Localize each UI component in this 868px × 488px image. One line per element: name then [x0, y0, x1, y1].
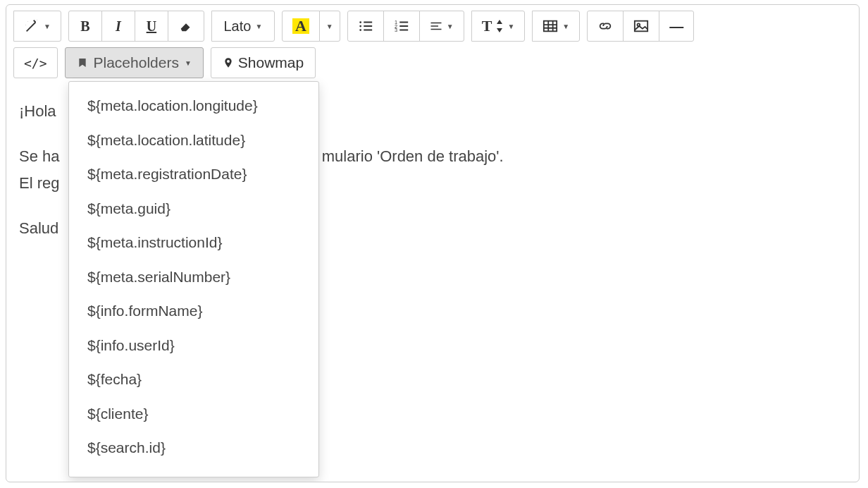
underline-button[interactable]: U — [135, 11, 168, 42]
svg-line-0 — [27, 23, 36, 32]
font-style-group: B I U — [68, 11, 204, 42]
table-icon — [542, 18, 558, 34]
font-color-a-icon: A — [292, 18, 309, 34]
link-button[interactable] — [587, 11, 624, 42]
ordered-list-button[interactable]: 1 2 3 — [383, 11, 420, 42]
svg-text:3: 3 — [395, 27, 397, 33]
style-group: ▼ — [13, 11, 61, 42]
font-color-group: A ▼ — [282, 11, 340, 42]
svg-point-5 — [359, 21, 361, 23]
placeholder-option[interactable]: ${fecha} — [69, 362, 318, 397]
placeholders-button[interactable]: Placeholders ▼ — [65, 47, 204, 78]
ol-list-icon: 1 2 3 — [394, 18, 409, 34]
insert-group: — — [587, 11, 694, 42]
text-fragment: El reg — [19, 174, 59, 192]
up-down-arrows-icon — [496, 20, 503, 32]
placeholder-option[interactable]: ${meta.location.latitude} — [69, 123, 318, 158]
font-color-button[interactable]: A — [282, 11, 320, 42]
table-button[interactable]: ▼ — [532, 11, 580, 42]
caret-down-icon: ▼ — [507, 23, 514, 30]
placeholder-option[interactable]: ${info.userId} — [69, 329, 318, 363]
horizontal-rule-button[interactable]: — — [659, 11, 694, 42]
svg-point-2 — [25, 25, 26, 25]
editor-frame: ▼ B I U Lato ▼ A — [6, 4, 860, 482]
caret-down-icon: ▼ — [185, 59, 192, 67]
placeholder-option[interactable]: ${cliente} — [69, 397, 318, 432]
caret-down-icon: ▼ — [326, 23, 333, 30]
table-group: ▼ — [532, 11, 580, 42]
unordered-list-button[interactable] — [347, 11, 384, 42]
placeholders-label: Placeholders — [94, 54, 179, 71]
bookmark-icon — [77, 56, 88, 70]
placeholder-option[interactable]: ${meta.guid} — [69, 192, 318, 226]
svg-point-7 — [359, 25, 361, 28]
eraser-icon — [178, 18, 194, 34]
bold-button[interactable]: B — [68, 11, 102, 42]
toolbar-row-1: ▼ B I U Lato ▼ A — [6, 5, 859, 44]
map-pin-icon — [223, 55, 234, 71]
editor-content[interactable]: ¡Hola Se ha mulario 'Orden de trabajo'. … — [6, 85, 859, 257]
picture-button[interactable] — [623, 11, 659, 42]
placeholder-option[interactable]: ${search.empresa} — [69, 465, 318, 477]
italic-button[interactable]: I — [101, 11, 135, 42]
caret-down-icon: ▼ — [562, 23, 569, 30]
placeholder-option[interactable]: ${info.formName} — [69, 294, 318, 329]
svg-point-1 — [27, 21, 28, 22]
text-fragment: mulario 'Orden de trabajo'. — [322, 147, 504, 165]
picture-icon — [633, 18, 649, 34]
caret-down-icon: ▼ — [44, 23, 51, 30]
ul-list-icon — [358, 18, 373, 34]
svg-line-4 — [34, 20, 36, 23]
svg-point-27 — [227, 60, 230, 63]
line-height-group: T ▼ — [471, 11, 526, 42]
magic-style-button[interactable]: ▼ — [13, 11, 61, 42]
magic-wand-icon — [24, 18, 39, 34]
paragraph-align-button[interactable]: ▼ — [419, 11, 464, 42]
svg-point-9 — [359, 29, 361, 31]
svg-point-3 — [37, 20, 37, 20]
line-height-button[interactable]: T ▼ — [471, 11, 526, 42]
placeholder-option[interactable]: ${meta.serialNumber} — [69, 260, 318, 295]
toolbar-row-2: </> Placeholders ▼ Showmap — [6, 44, 859, 85]
text-fragment: Salud — [19, 219, 58, 237]
font-family-group: Lato ▼ — [211, 11, 275, 42]
font-family-label: Lato — [223, 18, 251, 35]
align-icon — [430, 18, 442, 34]
showmap-button[interactable]: Showmap — [211, 47, 316, 78]
font-family-button[interactable]: Lato ▼ — [211, 11, 275, 42]
svg-rect-25 — [635, 21, 647, 32]
caret-down-icon: ▼ — [255, 23, 262, 30]
font-color-more-button[interactable]: ▼ — [319, 11, 340, 42]
placeholder-option[interactable]: ${meta.registrationDate} — [69, 157, 318, 192]
link-icon — [597, 18, 613, 34]
clear-format-button[interactable] — [168, 11, 204, 42]
caret-down-icon: ▼ — [447, 23, 454, 30]
line-height-letter: T — [482, 17, 492, 35]
placeholder-option[interactable]: ${meta.instructionId} — [69, 226, 318, 260]
text-fragment: ¡Hola — [19, 102, 56, 120]
code-view-button[interactable]: </> — [13, 47, 58, 78]
showmap-label: Showmap — [238, 54, 304, 71]
svg-rect-20 — [544, 21, 557, 32]
placeholder-option[interactable]: ${search.id} — [69, 431, 318, 465]
paragraph-group: 1 2 3 ▼ — [347, 11, 464, 42]
placeholders-dropdown: ${meta.location.longitude} ${meta.locati… — [68, 81, 319, 477]
placeholder-option[interactable]: ${meta.location.longitude} — [69, 89, 318, 123]
text-fragment: Se ha — [19, 147, 60, 165]
